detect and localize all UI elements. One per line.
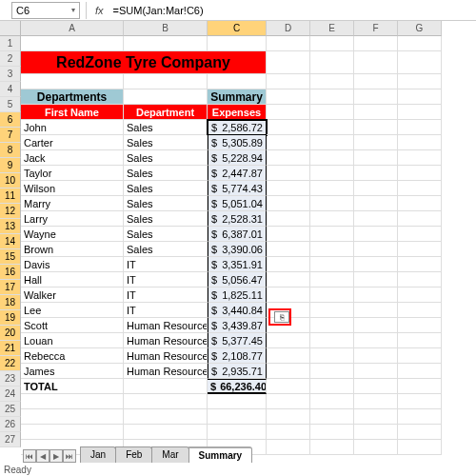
cell[interactable]	[398, 288, 442, 303]
expense-cell[interactable]: $3,440.84	[208, 303, 267, 318]
cell[interactable]	[398, 196, 442, 211]
name-cell[interactable]: Rebecca	[21, 348, 124, 364]
cell[interactable]	[267, 36, 310, 51]
cell[interactable]	[310, 150, 354, 166]
cell[interactable]	[354, 379, 398, 394]
cell[interactable]	[354, 425, 398, 440]
header-firstname[interactable]: First Name	[21, 105, 124, 120]
row-header-19[interactable]: 19	[0, 310, 21, 326]
expense-cell[interactable]: $5,774.43	[208, 181, 267, 196]
cell[interactable]	[354, 288, 398, 303]
cell[interactable]	[21, 74, 124, 89]
cell[interactable]	[124, 425, 208, 440]
cell[interactable]	[354, 303, 398, 318]
row-header-6[interactable]: 6	[0, 112, 21, 128]
sheet-tab-feb[interactable]: Feb	[115, 446, 152, 463]
cell[interactable]	[310, 348, 354, 364]
cell[interactable]	[398, 348, 442, 364]
cell[interactable]	[267, 51, 310, 74]
cell[interactable]	[354, 333, 398, 348]
cell[interactable]	[354, 242, 398, 257]
cell[interactable]	[267, 135, 310, 150]
cell[interactable]	[310, 227, 354, 242]
cell[interactable]	[354, 440, 398, 455]
cell[interactable]	[354, 257, 398, 272]
row-header-20[interactable]: 20	[0, 326, 21, 341]
cell[interactable]	[398, 227, 442, 242]
cell[interactable]	[354, 135, 398, 150]
sheet-tab-summary[interactable]: Summary	[188, 446, 253, 463]
cell[interactable]	[398, 135, 442, 150]
cell[interactable]	[398, 303, 442, 318]
cell[interactable]	[310, 425, 354, 440]
cell[interactable]	[310, 394, 354, 409]
sheet-tab-mar[interactable]: Mar	[151, 446, 188, 463]
cell[interactable]	[124, 89, 208, 105]
expense-cell[interactable]: $2,935.71	[208, 364, 267, 379]
dept-cell[interactable]: Sales	[124, 120, 208, 135]
expense-cell[interactable]: $3,351.91	[208, 257, 267, 272]
cell[interactable]	[398, 409, 442, 425]
cell[interactable]	[310, 74, 354, 89]
cell[interactable]	[398, 74, 442, 89]
name-cell[interactable]: Jack	[21, 150, 124, 166]
row-header-11[interactable]: 11	[0, 188, 21, 204]
dept-cell[interactable]: Sales	[124, 181, 208, 196]
row-header-21[interactable]: 21	[0, 341, 21, 356]
cell[interactable]	[310, 51, 354, 74]
cell[interactable]	[267, 196, 310, 211]
row-header-2[interactable]: 2	[0, 51, 21, 67]
cell[interactable]	[310, 288, 354, 303]
name-cell[interactable]: Louan	[21, 333, 124, 348]
cell[interactable]	[208, 74, 267, 89]
row-header-26[interactable]: 26	[0, 417, 21, 432]
cell[interactable]	[354, 36, 398, 51]
cell[interactable]	[21, 425, 124, 440]
cell[interactable]	[310, 364, 354, 379]
cell[interactable]	[398, 181, 442, 196]
row-header-12[interactable]: 12	[0, 204, 21, 219]
cell[interactable]	[398, 105, 442, 120]
cell[interactable]	[267, 394, 310, 409]
expense-cell[interactable]: $5,056.47	[208, 272, 267, 288]
tab-prev-icon[interactable]: ◀	[36, 449, 50, 463]
row-header-22[interactable]: 22	[0, 356, 21, 371]
cell[interactable]	[398, 440, 442, 455]
cell[interactable]	[398, 89, 442, 105]
cell[interactable]	[310, 211, 354, 227]
expense-cell[interactable]: $3,390.06	[208, 242, 267, 257]
expense-cell[interactable]: $5,051.04	[208, 196, 267, 211]
cell[interactable]	[354, 89, 398, 105]
cell[interactable]	[310, 303, 354, 318]
row-header-16[interactable]: 16	[0, 265, 21, 280]
cell[interactable]	[354, 150, 398, 166]
row-header-14[interactable]: 14	[0, 234, 21, 249]
cell[interactable]	[354, 348, 398, 364]
dept-cell[interactable]: IT	[124, 272, 208, 288]
dropdown-icon[interactable]: ▾	[71, 6, 75, 14]
cell[interactable]	[398, 394, 442, 409]
cell[interactable]	[267, 364, 310, 379]
expense-cell[interactable]: $5,305.89	[208, 135, 267, 150]
cell[interactable]	[267, 288, 310, 303]
expense-cell[interactable]: $3,439.87	[208, 318, 267, 333]
dept-cell[interactable]: Human Resources	[124, 318, 208, 333]
cell[interactable]	[398, 36, 442, 51]
cell[interactable]	[354, 105, 398, 120]
expense-cell[interactable]: $2,447.87	[208, 166, 267, 181]
cell[interactable]	[310, 440, 354, 455]
cell[interactable]	[354, 74, 398, 89]
dept-cell[interactable]: Human Resources	[124, 348, 208, 364]
cell[interactable]	[310, 120, 354, 135]
row-header-10[interactable]: 10	[0, 173, 21, 188]
cell[interactable]	[21, 409, 124, 425]
cell[interactable]	[267, 150, 310, 166]
row-header-24[interactable]: 24	[0, 387, 21, 402]
dept-cell[interactable]: Human Resources	[124, 364, 208, 379]
cell[interactable]	[354, 211, 398, 227]
autofill-options-button[interactable]: ⎘	[274, 311, 289, 323]
row-header-1[interactable]: 1	[0, 36, 21, 51]
cell[interactable]	[398, 318, 442, 333]
summary-header[interactable]: Summary	[208, 89, 267, 105]
cell[interactable]	[310, 36, 354, 51]
